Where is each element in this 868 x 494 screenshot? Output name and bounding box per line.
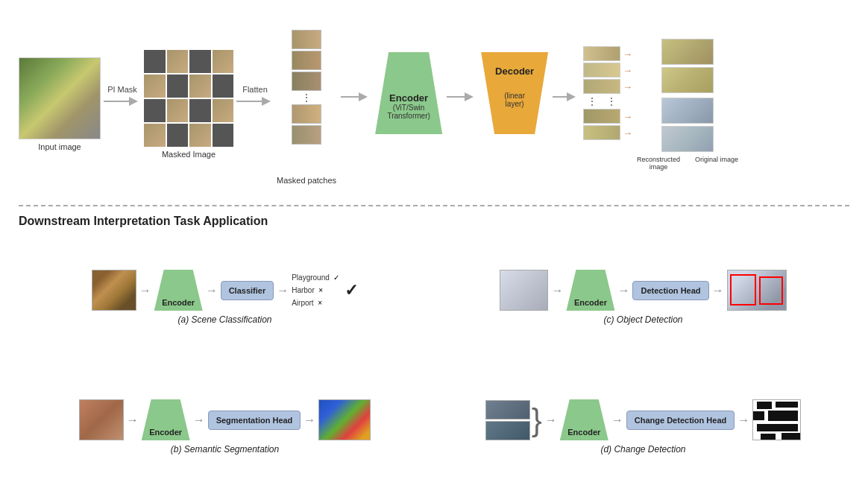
scene-input-image <box>92 270 136 311</box>
task-label-a: (a) Scene Classification <box>177 314 271 325</box>
bottom-section: Downstream Interpretation Task Applicati… <box>11 210 857 493</box>
arrow-c3: → <box>712 284 724 297</box>
mc <box>189 50 211 73</box>
change-output-svg <box>753 400 801 440</box>
small-encoder-b: Encoder <box>142 399 190 440</box>
rp-img <box>583 109 620 124</box>
patch <box>292 30 321 49</box>
arrow-svg <box>341 89 371 104</box>
reconstructed-label: Reconstructed image <box>632 156 685 171</box>
rp-img <box>583 79 620 94</box>
airplane-input-image <box>500 270 548 311</box>
encoder-sublabel2: Transformer) <box>387 112 430 120</box>
bottom-title: Downstream Interpretation Task Applicati… <box>19 215 849 228</box>
main-container: Input image PI Mask <box>0 0 868 494</box>
segmentation-output <box>318 399 371 440</box>
rp-img <box>583 125 620 140</box>
big-check: ✓ <box>345 281 358 300</box>
decoder-sublabel2: layer) <box>506 100 524 108</box>
arrow-b2: → <box>193 414 205 427</box>
task-scene-classification: → Encoder → Classifier → Playg <box>19 235 431 359</box>
patches-block: ⋮ Masked patches <box>277 24 336 185</box>
input-image-label: Input image <box>38 142 81 151</box>
check-airport: × <box>318 299 322 307</box>
rp-row: → <box>583 109 632 124</box>
task-label-c: (c) Object Detection <box>603 314 682 325</box>
masked-image-label: Masked Image <box>162 150 216 159</box>
reconstructed-img <box>661 39 714 65</box>
masked-image-block: Masked Image <box>144 50 233 159</box>
rp-row: → <box>583 63 632 77</box>
task-semantic-segmentation: → Encoder → Segmentation Head → (b) Sema… <box>19 365 431 489</box>
svg-rect-5 <box>757 402 772 409</box>
mc <box>144 50 166 73</box>
task-label-d: (d) Change Detection <box>600 444 685 455</box>
encoder-shape: Encoder (ViT/Swin Transformer) <box>375 52 442 134</box>
mc <box>213 124 234 147</box>
segmentation-head-box: Segmentation Head <box>208 411 301 430</box>
rp-row: → <box>583 79 632 94</box>
small-encoder-label-a: Encoder <box>162 298 195 307</box>
dots: ⋮ ⋮ <box>583 95 617 107</box>
recon-patches-col: → → → ⋮ ⋮ → → <box>583 46 632 162</box>
to-recon-arrow <box>553 89 579 119</box>
bracket: } <box>532 406 542 434</box>
original-label: Original image <box>691 156 743 171</box>
change-img-before <box>485 400 530 419</box>
patch <box>292 125 321 145</box>
red-box-1 <box>730 274 756 305</box>
arrow-b3: → <box>304 414 315 427</box>
mc <box>213 99 234 122</box>
input-image <box>19 57 101 139</box>
patch <box>292 72 321 91</box>
class-item: Airport × <box>292 297 339 309</box>
encoder-sublabel: (ViT/Swin <box>393 104 425 112</box>
mc <box>167 50 189 73</box>
arrow-d1: → <box>545 414 557 427</box>
change-img-after <box>485 421 530 440</box>
svg-rect-7 <box>753 411 764 420</box>
pi-mask-arrow-svg <box>104 94 141 109</box>
class-list: Playground ✓ Harbor × Airport × <box>292 271 339 309</box>
svg-rect-8 <box>768 411 798 421</box>
arrow-b1: → <box>127 414 139 427</box>
small-encoder-c: Encoder <box>566 270 614 311</box>
orange-arrow: → <box>623 81 632 92</box>
final-images-block: Reconstructed image Original image <box>632 39 743 171</box>
mc <box>189 99 211 122</box>
small-encoder-label-d: Encoder <box>567 428 600 437</box>
task-flow-a: → Encoder → Classifier → Playg <box>92 270 359 311</box>
small-encoder-a: Encoder <box>154 270 203 311</box>
svg-rect-10 <box>761 434 776 440</box>
small-encoder-label-c: Encoder <box>574 298 607 307</box>
mc <box>167 99 189 122</box>
mc <box>189 124 211 147</box>
arrow-d3: → <box>738 414 749 427</box>
arrow-a3: → <box>277 284 289 297</box>
mc <box>213 50 234 73</box>
orange-arrow: → <box>623 111 632 122</box>
arrow-c1: → <box>551 284 563 297</box>
decoder-label: Decoder <box>495 66 534 92</box>
mc <box>144 75 166 98</box>
change-imgs <box>485 400 530 440</box>
input-image-block: Input image <box>19 57 101 151</box>
mc <box>167 124 189 147</box>
masked-image <box>144 50 233 147</box>
arrow-svg3 <box>553 89 579 104</box>
orange-arrow: → <box>623 48 632 60</box>
decoder-shape: Decoder (linear layer) <box>481 52 548 134</box>
pi-mask-label: PI Mask <box>107 85 137 94</box>
detection-head-box: Detection Head <box>632 281 708 300</box>
mc <box>189 75 211 98</box>
tasks-grid: → Encoder → Classifier → Playg <box>19 235 849 489</box>
patch <box>292 51 321 70</box>
change-detection-head-box: Change Detection Head <box>626 411 735 430</box>
small-encoder-d: Encoder <box>560 399 608 440</box>
mc <box>144 124 166 147</box>
rp-row: → <box>583 46 632 61</box>
task-label-b: (b) Semantic Segmentation <box>171 444 279 455</box>
masked-patches-label: Masked patches <box>277 176 336 185</box>
mc <box>167 75 189 98</box>
arrow-a1: → <box>139 284 151 297</box>
